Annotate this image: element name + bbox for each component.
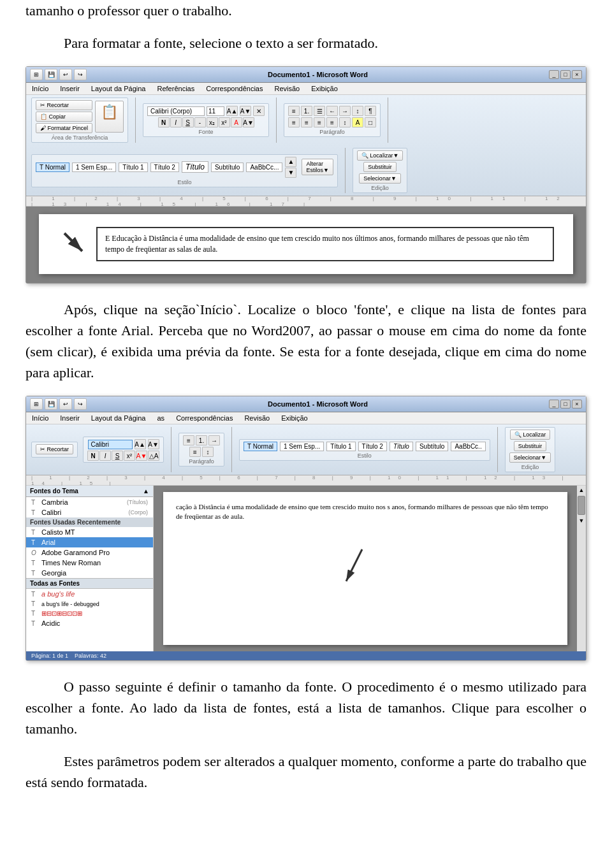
shrink-font-btn[interactable]: A▼: [240, 106, 251, 116]
style-subtitulo[interactable]: Subtítulo: [211, 163, 244, 172]
style-sem-esp[interactable]: 1 Sem Esp...: [72, 163, 116, 172]
menu2-revisao[interactable]: Revisão: [242, 414, 272, 423]
font-size-input[interactable]: [207, 106, 224, 116]
font-name-input-2[interactable]: [88, 440, 133, 449]
numbering-btn[interactable]: 1.: [301, 106, 312, 116]
style2-titulo[interactable]: Título: [390, 442, 413, 451]
maximize-btn-2[interactable]: □: [560, 400, 571, 409]
menu2-correspondencias[interactable]: Correspondências: [174, 414, 235, 423]
bullets-btn[interactable]: ≡: [288, 106, 300, 116]
superscript-btn[interactable]: x²: [219, 117, 230, 127]
colar-btn[interactable]: 📋: [95, 101, 124, 133]
style-titulo2[interactable]: Título 2: [150, 163, 179, 172]
indent-decrease-btn[interactable]: ←: [326, 106, 338, 116]
linespacing-btn[interactable]: ↕: [339, 117, 351, 127]
italic-btn[interactable]: I: [170, 117, 182, 127]
close-btn-2[interactable]: ×: [572, 400, 582, 409]
menu2-as[interactable]: as: [156, 414, 167, 423]
style-aabbcc[interactable]: AaBbCc...: [246, 163, 282, 172]
font-item-acidic[interactable]: T Acidic: [26, 618, 153, 628]
menu-layout[interactable]: Layout da Página: [89, 84, 148, 93]
bold-btn[interactable]: N: [158, 117, 170, 127]
align-left-btn[interactable]: ≡: [288, 117, 300, 127]
style2-titulo2[interactable]: Título 2: [358, 442, 387, 451]
style-up-btn[interactable]: ▲: [285, 157, 296, 167]
align-right-btn[interactable]: ≡: [314, 117, 325, 127]
undo-btn-2[interactable]: ↩: [59, 398, 72, 410]
grow-font-btn[interactable]: A▲: [226, 106, 238, 116]
substituir-btn-2[interactable]: Substituir: [514, 441, 547, 451]
showhide-btn[interactable]: ¶: [365, 106, 376, 116]
font-name-input[interactable]: [147, 106, 205, 116]
style-down-btn[interactable]: ▼: [285, 168, 296, 178]
font-item-adobe[interactable]: O Adobe Garamond Pro: [26, 547, 153, 558]
shading-btn[interactable]: A: [352, 117, 363, 127]
selecionar-btn[interactable]: Selecionar▼: [359, 173, 400, 184]
x2-btn-2[interactable]: x²: [124, 451, 135, 461]
clear-format-btn[interactable]: ✕: [253, 106, 265, 116]
menu2-inserir[interactable]: Inserir: [58, 414, 82, 423]
underline-btn-2[interactable]: S: [112, 451, 123, 461]
alterar-estilos-btn[interactable]: AlterarEstilos▼: [302, 159, 333, 175]
grow-font-btn-2[interactable]: A▲: [135, 439, 146, 449]
office-button[interactable]: ⊞: [30, 69, 43, 80]
italic-btn-2[interactable]: I: [99, 451, 111, 461]
underline-btn[interactable]: S: [182, 117, 194, 127]
style2-normal[interactable]: T Normal: [244, 442, 277, 451]
redo-btn[interactable]: ↪: [74, 69, 87, 80]
substituir-btn[interactable]: Substituir: [363, 162, 397, 172]
align-btn-2[interactable]: ≡: [189, 447, 201, 457]
font-item-arial[interactable]: T Arial: [26, 537, 153, 547]
undo-btn[interactable]: ↩: [59, 69, 72, 80]
font-item-abuglife-debug[interactable]: T a bug's life - debugged: [26, 599, 153, 609]
align-center-btn[interactable]: ≡: [301, 117, 312, 127]
font-item-symbols[interactable]: T ⊞⊟⊡⊞⊟⊡⊡⊞: [26, 609, 153, 618]
recortar-btn-2[interactable]: ✂ Recortar: [36, 444, 73, 454]
minimize-btn-2[interactable]: _: [549, 400, 559, 409]
menu-inserir[interactable]: Inserir: [58, 84, 82, 93]
menu-revisao[interactable]: Revisão: [272, 84, 302, 93]
scrollbar-2[interactable]: ▲ ▼: [577, 486, 586, 651]
menu-referencias[interactable]: Referências: [156, 84, 197, 93]
font-item-abuglife[interactable]: T a bug's life: [26, 589, 153, 599]
font-item-cambria[interactable]: T Cambria (Títulos): [26, 497, 153, 507]
pincel-btn[interactable]: 🖌 Formatar Pincel: [36, 123, 92, 133]
subscript-btn[interactable]: x₂: [207, 117, 218, 127]
style2-aabbcc[interactable]: AaBbCc..: [451, 442, 485, 451]
spacing-btn-2[interactable]: ↕: [202, 447, 214, 457]
shrink-font-btn-2[interactable]: A▼: [148, 439, 159, 449]
numbering-btn-2[interactable]: 1.: [196, 435, 207, 445]
bold-btn-2[interactable]: N: [87, 451, 99, 461]
style2-titulo1[interactable]: Título 1: [326, 442, 355, 451]
style-titulo1[interactable]: Título 1: [119, 163, 147, 172]
indent-increase-btn[interactable]: →: [339, 106, 351, 116]
border-btn[interactable]: □: [365, 117, 376, 127]
style-normal[interactable]: T Normal: [36, 163, 69, 172]
recortar-btn[interactable]: ✂ Recortar: [36, 100, 92, 110]
style-titulo[interactable]: Título: [182, 161, 208, 173]
scroll-thumb-2[interactable]: [578, 496, 585, 515]
localizar-btn-2[interactable]: 🔍 Localizar: [510, 430, 551, 440]
redo-btn-2[interactable]: ↪: [74, 398, 87, 410]
menu-correspondencias[interactable]: Correspondências: [204, 84, 265, 93]
font-item-calisto[interactable]: T Calisto MT: [26, 527, 153, 537]
scroll-up-btn[interactable]: ▲: [578, 486, 586, 495]
highlight-btn[interactable]: A▼: [243, 117, 254, 127]
menu2-inicio[interactable]: Início: [30, 414, 50, 423]
indent-btn-2[interactable]: →: [208, 435, 220, 445]
style2-subtitulo[interactable]: Subtítulo: [416, 442, 448, 451]
sort-btn[interactable]: ↕: [352, 106, 363, 116]
highlight-btn-2[interactable]: △A: [148, 451, 159, 461]
bullets-btn-2[interactable]: ≡: [183, 435, 194, 445]
office-btn-2[interactable]: ⊞: [30, 398, 43, 410]
selecionar-btn-2[interactable]: Selecionar▼: [509, 452, 551, 463]
copiar-btn[interactable]: 📋 Copiar: [36, 112, 92, 122]
font-item-georgia[interactable]: T Georgia: [26, 568, 153, 578]
localizar-btn[interactable]: 🔍 Localizar▼: [357, 150, 403, 161]
menu-exibicao[interactable]: Exibição: [309, 84, 340, 93]
strikethrough-btn[interactable]: -: [194, 117, 206, 127]
textcolor-btn-2[interactable]: A▼: [136, 451, 147, 461]
font-item-times[interactable]: T Times New Roman: [26, 558, 153, 568]
multilevel-btn[interactable]: ☰: [314, 106, 325, 116]
save-btn[interactable]: 💾: [45, 69, 57, 80]
